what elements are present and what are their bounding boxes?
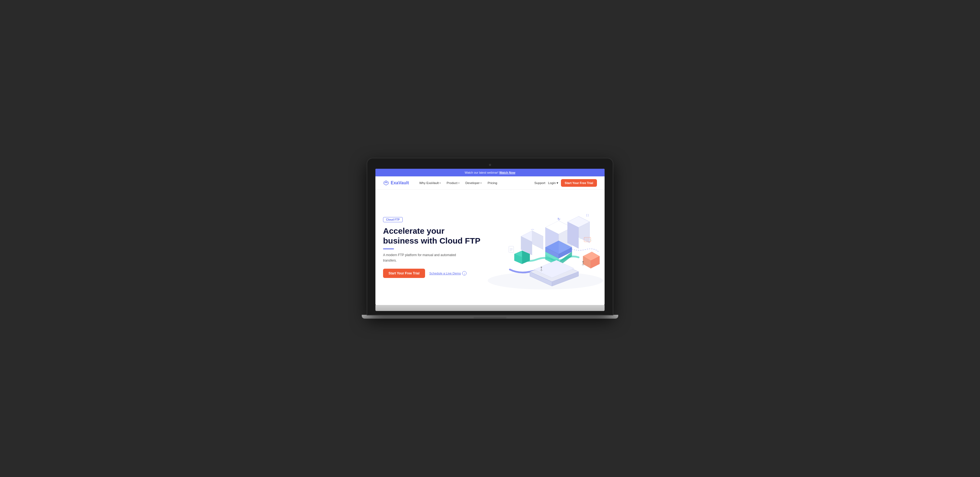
chevron-down-icon: ▾: [458, 182, 460, 184]
chevron-down-icon: ▾: [439, 182, 441, 184]
logo-text-main: Exa: [391, 180, 398, 185]
nav-login-button[interactable]: Login ▾: [548, 181, 558, 185]
logo[interactable]: ExaVault: [383, 180, 409, 186]
announcement-text: Watch our latest webinar!: [465, 171, 498, 174]
hero-content: Cloud FTP Accelerate your business with …: [383, 217, 480, 278]
svg-marker-0: [385, 182, 387, 183]
isometric-illustration: ↻ [ ] </>: [474, 190, 605, 305]
hero-title-line2: business with Cloud FTP: [383, 236, 480, 245]
logo-text: ExaVault: [391, 180, 409, 185]
demo-link-text: Schedule a Live Demo: [430, 272, 461, 275]
camera: [489, 164, 491, 166]
chevron-down-icon: ▾: [480, 182, 482, 184]
hero-subtitle: A modern FTP platform for manual and aut…: [383, 252, 460, 263]
nav-links: Why ExaVault ▾ Product ▾ Developer ▾ P: [417, 180, 530, 186]
cloud-ftp-badge: Cloud FTP: [383, 217, 403, 222]
announcement-link[interactable]: Watch Now: [499, 171, 515, 174]
hero-trial-button[interactable]: Start Your Free Trial: [383, 269, 425, 278]
laptop-screen: Watch our latest webinar! Watch Now: [375, 169, 605, 305]
laptop-base: [362, 315, 618, 319]
laptop-bottom-bar: [375, 305, 605, 311]
website: Watch our latest webinar! Watch Now: [375, 169, 605, 305]
hero-actions: Start Your Free Trial Schedule a Live De…: [383, 269, 480, 278]
svg-point-31: [582, 261, 584, 262]
svg-text:↻: ↻: [557, 217, 560, 221]
announcement-bar: Watch our latest webinar! Watch Now: [375, 169, 605, 176]
navbar: ExaVault Why ExaVault ▾ Product ▾: [375, 176, 605, 190]
svg-text:[ ]: [ ]: [586, 214, 589, 217]
nav-item-why-exavault[interactable]: Why ExaVault ▾: [417, 180, 443, 186]
nav-right: Support Login ▾ Start Your Free Trial: [534, 179, 597, 187]
hero-title-line1: Accelerate your: [383, 227, 444, 235]
hero-divider: [383, 249, 394, 249]
svg-point-27: [541, 267, 542, 268]
laptop-mockup: Watch our latest webinar! Watch Now: [367, 158, 613, 319]
hero-demo-link[interactable]: Schedule a Live Demo ›: [430, 271, 467, 276]
svg-rect-41: [509, 246, 514, 252]
svg-marker-15: [532, 231, 543, 250]
hero-section: Cloud FTP Accelerate your business with …: [375, 190, 605, 305]
chevron-down-icon: ▾: [557, 181, 558, 185]
svg-line-33: [582, 264, 583, 265]
nav-item-pricing[interactable]: Pricing: [485, 180, 500, 186]
hero-title: Accelerate your business with Cloud FTP: [383, 226, 480, 246]
svg-text:</>: </>: [531, 228, 534, 231]
hero-illustration: ↻ [ ] </>: [474, 190, 605, 305]
trackpad-notch: [474, 317, 506, 319]
nav-item-product[interactable]: Product ▾: [444, 180, 462, 186]
logo-icon: [383, 180, 389, 186]
nav-support-link[interactable]: Support: [534, 181, 545, 185]
nav-trial-button[interactable]: Start Your Free Trial: [561, 179, 597, 187]
screen-bezel: Watch our latest webinar! Watch Now: [367, 158, 613, 315]
nav-item-developer[interactable]: Developer ▾: [463, 180, 484, 186]
logo-text-accent: Vault: [398, 180, 409, 185]
circle-arrow-icon: ›: [462, 271, 466, 276]
